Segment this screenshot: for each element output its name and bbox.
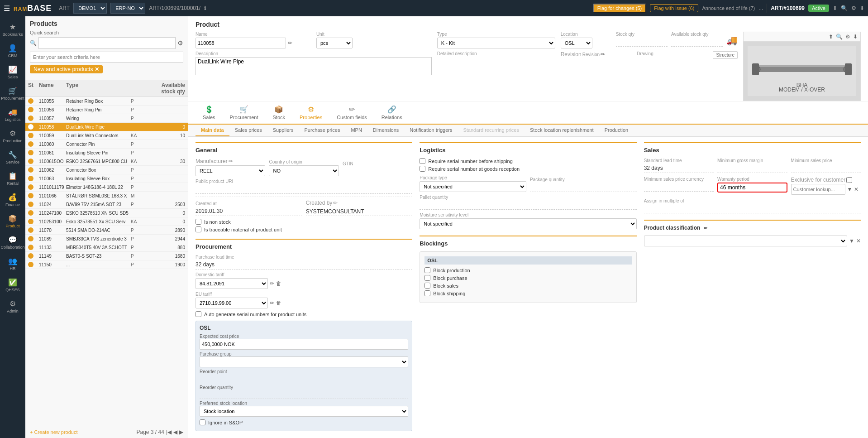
block-production-checkbox[interactable]: [424, 267, 430, 273]
tab-properties[interactable]: ⚙ Properties: [292, 101, 329, 125]
product-list-item[interactable]: 11150 ... P 1900: [25, 260, 188, 269]
subtab-recurring[interactable]: Standard recurring prices: [458, 125, 525, 136]
next-page-btn[interactable]: ▶: [179, 429, 183, 435]
manufacturer-edit-icon[interactable]: ✏: [229, 158, 233, 164]
sidebar-item-procurement[interactable]: 🛒 Procurement: [0, 84, 25, 103]
sidebar-item-service[interactable]: 🔧 Service: [0, 148, 25, 167]
subtab-sales-prices[interactable]: Sales prices: [229, 125, 267, 136]
product-classification-edit-icon[interactable]: ✏: [704, 226, 707, 231]
product-list-item[interactable]: 110061 Insulating Sleeve Pin P: [25, 149, 188, 157]
sidebar-item-finance[interactable]: 💰 Finance: [0, 190, 25, 210]
eu-tariff-select[interactable]: 2710.19.99.00: [196, 298, 268, 308]
product-list-item[interactable]: 110056 Retainer Ring Pin P: [25, 106, 188, 114]
settings-img-icon[interactable]: ⚙: [845, 34, 850, 40]
sidebar-item-sales[interactable]: 📈 Sales: [0, 63, 25, 82]
product-list-item[interactable]: 110055 Retainer Ring Box P: [25, 97, 188, 106]
breadcrumb-icon[interactable]: ℹ: [204, 5, 206, 11]
block-shipping-checkbox[interactable]: [424, 290, 430, 296]
product-classification-select-icon[interactable]: ▼: [849, 238, 854, 244]
customer-lookup-input[interactable]: [791, 184, 845, 195]
block-sales-checkbox[interactable]: [424, 283, 430, 289]
flag-changes-btn[interactable]: Flag for changes (5): [593, 4, 646, 13]
hamburger-icon[interactable]: ☰: [4, 4, 10, 13]
unit-select[interactable]: pcs: [316, 38, 353, 48]
block-purchase-checkbox[interactable]: [424, 275, 430, 281]
product-list-item[interactable]: 1101066 STÅLRØR SØML0SE 168.3 X M: [25, 192, 188, 200]
preferred-location-select[interactable]: Stock location: [200, 406, 408, 417]
domestic-tariff-del-icon[interactable]: 🗑: [276, 280, 281, 287]
ignore-snr-checkbox[interactable]: [200, 419, 205, 425]
purchase-group-select[interactable]: [200, 356, 408, 367]
sidebar-item-production[interactable]: ⚙ Production: [0, 126, 25, 146]
require-serial-ship-checkbox[interactable]: [420, 158, 425, 164]
sidebar-item-crm[interactable]: 👤 CRM: [0, 41, 25, 61]
require-serial-receipt-checkbox[interactable]: [420, 166, 425, 172]
domestic-tariff-edit-icon[interactable]: ✏: [270, 280, 274, 287]
eu-tariff-del-icon[interactable]: 🗑: [276, 300, 281, 306]
product-list-item[interactable]: 110057 Wiring P: [25, 114, 188, 123]
name-edit-icon[interactable]: ✏: [288, 40, 292, 46]
customer-lookup-select-icon[interactable]: ▼: [847, 186, 853, 193]
sidebar-item-rental[interactable]: 📋 Rental: [0, 169, 25, 188]
download-img-icon[interactable]: ⬇: [853, 34, 858, 40]
product-list-item[interactable]: 110062 Connector Box P: [25, 166, 188, 174]
zoom-icon[interactable]: 🔍: [841, 5, 848, 11]
product-list-item[interactable]: 110060 Connector Pin P: [25, 140, 188, 149]
announce-btn[interactable]: Announce end of life (7): [702, 5, 755, 11]
create-product-btn[interactable]: + Create new product: [30, 429, 77, 435]
created-by-edit-icon[interactable]: ✏: [333, 200, 338, 206]
manufacturer-select[interactable]: REEL: [196, 165, 265, 176]
upload-icon[interactable]: ⬆: [833, 5, 837, 11]
sidebar-item-admin[interactable]: ⚙ Admin: [0, 297, 25, 316]
product-classification-select[interactable]: [644, 236, 847, 246]
revision-icon[interactable]: ✏: [601, 51, 605, 58]
search-img-icon[interactable]: 🔍: [836, 34, 843, 40]
subtab-suppliers[interactable]: Suppliers: [267, 125, 299, 136]
erp-select[interactable]: ERP-NO: [110, 3, 145, 14]
moisture-select[interactable]: Not specified: [420, 218, 636, 229]
tab-sales[interactable]: 💲 Sales: [196, 101, 223, 125]
tab-stock[interactable]: 📦 Stock: [266, 101, 293, 125]
subtab-dimensions[interactable]: Dimensions: [367, 125, 404, 136]
subtab-mpn[interactable]: MPN: [345, 125, 367, 136]
tab-custom-fields[interactable]: ✏ Custom fields: [329, 101, 374, 125]
product-list-item[interactable]: 110063 Insulating Sleeve Box P: [25, 174, 188, 183]
flag-issue-btn[interactable]: Flag with issue (6): [650, 4, 698, 12]
eu-tariff-edit-icon[interactable]: ✏: [270, 300, 274, 306]
settings-icon[interactable]: ⚙: [851, 5, 856, 11]
product-list-item[interactable]: 110059 DualLink With Connectors KA 10: [25, 131, 188, 140]
download-icon[interactable]: ⬇: [860, 5, 864, 11]
domestic-tariff-select[interactable]: 84.81.2091: [196, 278, 268, 289]
traceable-checkbox[interactable]: [196, 226, 201, 232]
name-input[interactable]: [196, 38, 286, 48]
desc-textarea[interactable]: DualLink Wire Pipe: [196, 57, 432, 75]
subtab-production[interactable]: Production: [599, 125, 634, 136]
demo-select[interactable]: DEMO1: [73, 3, 107, 14]
type-select[interactable]: K - Kit: [437, 38, 555, 48]
structure-btn[interactable]: Structure: [713, 51, 738, 59]
upload-img-icon[interactable]: ⬆: [829, 34, 833, 40]
subtab-notification[interactable]: Notification triggers: [404, 125, 458, 136]
sidebar-item-bookmarks[interactable]: ★ Bookmarks: [0, 20, 25, 39]
sidebar-item-collaboration[interactable]: 💬 Collaboration: [0, 233, 25, 252]
non-stock-checkbox[interactable]: [196, 219, 201, 225]
filter-btn[interactable]: ⚙: [177, 39, 183, 47]
auto-serial-checkbox[interactable]: [196, 311, 201, 317]
sidebar-item-product[interactable]: 📦 Product: [0, 212, 25, 231]
product-list-item[interactable]: 110058 DualLink Wire Pipe 0: [25, 123, 188, 131]
product-list-item[interactable]: 11149 BAS70-S SOT-23 P 1680: [25, 252, 188, 260]
subtab-main-data[interactable]: Main data: [196, 125, 229, 136]
prev-page-btn[interactable]: ◀: [173, 429, 177, 435]
location-select[interactable]: OSL: [561, 38, 592, 48]
customer-lookup-clear-icon[interactable]: ✕: [854, 186, 858, 193]
tab-relations[interactable]: 🔗 Relations: [374, 101, 410, 125]
product-list-item[interactable]: 1101011179 Elmotor 148G186-4 180L 22 P: [25, 183, 188, 192]
more-btn[interactable]: ...: [758, 5, 763, 11]
warranty-value[interactable]: 46 months: [717, 183, 787, 193]
expected-cost-input[interactable]: [200, 339, 408, 350]
product-list-item[interactable]: 1100615OO ESKO 32S67661 MPC800 CU KA 30: [25, 157, 188, 166]
product-list-item[interactable]: 11024 BAV99 75V 215mA SOT-23 P 2503: [25, 200, 188, 209]
active-filter-tag[interactable]: New and active products ✕: [30, 65, 103, 73]
close-filter-icon[interactable]: ✕: [95, 66, 99, 72]
exclusive-customer-checkbox[interactable]: [846, 177, 852, 183]
